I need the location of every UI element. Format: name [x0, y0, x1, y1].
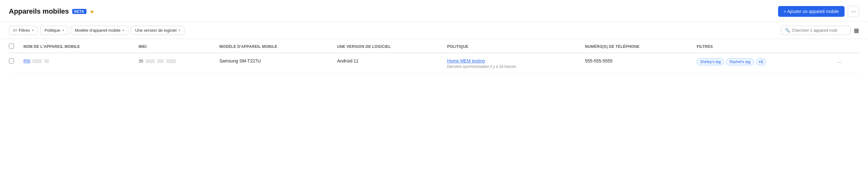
policy-sub: Dernière synchronisation il y a 18 heure…	[447, 64, 579, 69]
filtres-label: Filtres	[19, 28, 30, 33]
col-os-version: Une Version De Logiciel	[334, 39, 444, 53]
col-politique: Politique	[444, 39, 582, 53]
tags-cell: Shirley's tagRachel's tag+1	[693, 53, 832, 74]
version-label: Une version de logiciel	[135, 28, 177, 33]
col-checkbox	[9, 39, 20, 53]
header-right: + Ajouter un appareil mobile ···	[778, 6, 859, 17]
chevron-down-icon: ▾	[123, 29, 124, 32]
imei-blur2	[157, 59, 164, 63]
tags-container: Shirley's tagRachel's tag+1	[696, 58, 829, 65]
device-name-blur2	[44, 59, 49, 63]
search-input[interactable]	[792, 28, 846, 33]
page-title: Appareils mobiles	[9, 7, 69, 16]
select-all-checkbox[interactable]	[9, 44, 14, 49]
more-options-button[interactable]: ···	[848, 6, 859, 17]
beta-badge: BETA	[72, 9, 87, 14]
devices-table: Nom De L'appareil Mobile IMEI Modèle D'a…	[9, 39, 859, 74]
version-filter-button[interactable]: Une version de logiciel ▾	[131, 26, 184, 35]
tags-extra[interactable]: +1	[756, 58, 766, 65]
actions-cell: ···	[832, 53, 859, 74]
col-model: Modèle D'appareil Mobile	[216, 39, 334, 53]
header-left: Appareils mobiles BETA ★	[9, 7, 94, 16]
ellipsis-icon: ···	[851, 8, 856, 15]
imei-blur1	[146, 59, 155, 63]
os-version-cell: Android 11	[334, 53, 444, 74]
phone-value: 555-555-5555	[585, 58, 612, 63]
col-imei: IMEI	[135, 39, 216, 53]
model-value: Samsung SM-T227U	[219, 58, 261, 63]
imei-value: 35	[138, 59, 144, 63]
model-cell: Samsung SM-T227U	[216, 53, 334, 74]
table-header-row: Nom De L'appareil Mobile IMEI Modèle D'a…	[9, 39, 859, 53]
col-actions	[832, 39, 859, 53]
row-checkbox[interactable]	[9, 58, 14, 63]
table-row: R9I 35 Samsung SM-T227UAndroid 11Home ME…	[9, 53, 859, 74]
search-box: 🔍	[781, 26, 850, 35]
phone-cell: 555-555-5555	[582, 53, 693, 74]
filter-left: 🏷 Filtres ▾ Politique ▾ Modèle d'apparei…	[9, 26, 184, 35]
chevron-down-icon: ▾	[32, 29, 34, 32]
politique-filter-button[interactable]: Politique ▾	[40, 26, 68, 35]
os-version-value: Android 11	[337, 58, 359, 63]
star-icon[interactable]: ★	[90, 8, 94, 15]
page-header: Appareils mobiles BETA ★ + Ajouter un ap…	[0, 0, 868, 22]
row-more-button[interactable]: ···	[835, 58, 844, 66]
tag-1[interactable]: Rachel's tag	[726, 58, 754, 65]
col-filtres: Filtres	[693, 39, 832, 53]
imei-blur3	[166, 59, 176, 63]
filter-right: 🔍 ▦	[781, 26, 859, 35]
chevron-down-icon: ▾	[179, 29, 180, 32]
modele-filter-button[interactable]: Modèle d'appareil mobile ▾	[71, 26, 128, 35]
modele-label: Modèle d'appareil mobile	[75, 28, 120, 33]
filtres-button[interactable]: 🏷 Filtres ▾	[9, 26, 38, 35]
col-phone: Numéro(s) de téléphone	[582, 39, 693, 53]
policy-link[interactable]: Home MEM testing	[447, 58, 485, 63]
device-name-blur1	[32, 59, 42, 63]
device-name-cell: R9I	[20, 53, 135, 74]
imei-cell: 35	[135, 53, 216, 74]
device-name-link[interactable]: R9I	[24, 58, 30, 63]
table-wrap: Nom De L'appareil Mobile IMEI Modèle D'a…	[0, 39, 868, 74]
row-checkbox-cell	[9, 53, 20, 74]
filter-bar: 🏷 Filtres ▾ Politique ▾ Modèle d'apparei…	[0, 22, 868, 39]
chevron-down-icon: ▾	[62, 29, 64, 32]
tag-0[interactable]: Shirley's tag	[696, 58, 724, 65]
policy-cell: Home MEM testing Dernière synchronisatio…	[444, 53, 582, 74]
tag-icon: 🏷	[13, 28, 17, 33]
politique-label: Politique	[44, 28, 60, 33]
add-device-button[interactable]: + Ajouter un appareil mobile	[778, 6, 844, 17]
search-icon: 🔍	[785, 28, 790, 33]
grid-view-icon[interactable]: ▦	[854, 27, 859, 34]
col-device-name: Nom De L'appareil Mobile	[20, 39, 135, 53]
